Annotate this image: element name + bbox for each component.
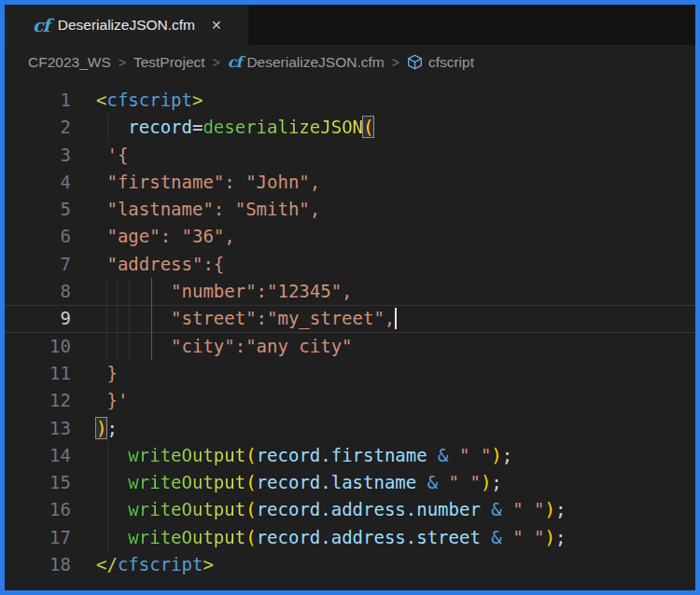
- line-number[interactable]: 8: [5, 278, 91, 305]
- code-token: (: [245, 527, 256, 547]
- breadcrumb-item-project[interactable]: TestProject: [133, 54, 205, 71]
- code-line[interactable]: 17 writeOutput(record.address.street & "…: [5, 524, 695, 551]
- tab-title: DeserializeJSON.cfm: [58, 17, 195, 34]
- line-number[interactable]: 12: [5, 387, 91, 414]
- line-number[interactable]: 5: [5, 196, 91, 223]
- code-content[interactable]: }': [91, 387, 695, 414]
- code-token: writeOutput: [128, 472, 245, 492]
- line-number[interactable]: 2: [5, 114, 91, 141]
- code-line[interactable]: 11 }: [5, 360, 695, 387]
- code-token: " ": [512, 499, 544, 519]
- code-line[interactable]: 13);: [5, 415, 695, 442]
- line-number[interactable]: 11: [5, 360, 91, 387]
- code-content[interactable]: '{: [91, 142, 695, 169]
- line-number[interactable]: 18: [5, 551, 91, 578]
- code-token: ): [491, 445, 501, 465]
- code-token: writeOutput: [128, 499, 245, 519]
- code-line[interactable]: 2 record=deserializeJSON(: [5, 114, 695, 141]
- code-content[interactable]: "age": "36",: [91, 223, 695, 250]
- breadcrumb-item-workspace[interactable]: CF2023_WS: [28, 54, 111, 71]
- code-line[interactable]: 6 "age": "36",: [5, 223, 695, 250]
- code-token: >: [203, 554, 213, 574]
- line-number[interactable]: 9: [5, 305, 91, 332]
- code-content[interactable]: "number":"12345",: [91, 278, 695, 305]
- code-token: writeOutput: [128, 445, 245, 465]
- indent-guide: [151, 278, 152, 305]
- code-token: <: [96, 90, 106, 110]
- code-token: ;: [106, 418, 117, 438]
- code-token: [481, 527, 491, 547]
- code-content[interactable]: writeOutput(record.address.number & " ")…: [91, 496, 695, 523]
- code-line[interactable]: 18</cfscript>: [5, 551, 695, 578]
- code-content[interactable]: );: [91, 415, 695, 442]
- coldfusion-file-icon: cf: [228, 53, 242, 71]
- indent-guide: [107, 442, 108, 469]
- line-number[interactable]: 13: [5, 415, 91, 442]
- code-token: }': [96, 390, 128, 410]
- code-content[interactable]: writeOutput(record.lastname & " ");: [91, 469, 695, 496]
- line-number[interactable]: 4: [5, 169, 91, 196]
- code-line[interactable]: 16 writeOutput(record.address.number & "…: [5, 496, 695, 523]
- code-content[interactable]: writeOutput(record.address.street & " ")…: [91, 524, 695, 551]
- vscode-window: cf DeserializeJSON.cfm ✕ CF2023_WS > Tes…: [0, 0, 700, 595]
- code-token: "lastname": "Smith",: [96, 199, 320, 219]
- code-line-current[interactable]: 9 "street":"my_street",: [5, 305, 695, 332]
- indent-guide: [107, 114, 108, 141]
- code-line[interactable]: 15 writeOutput(record.lastname & " ");: [5, 469, 695, 496]
- code-line[interactable]: 14 writeOutput(record.firstname & " ");: [5, 442, 695, 469]
- code-token: deserializeJSON: [203, 117, 363, 137]
- indent-guide: [129, 305, 130, 332]
- breadcrumb-label: cfscript: [428, 54, 474, 71]
- code-token: "address":{: [96, 254, 224, 274]
- tab-deserializejson[interactable]: cf DeserializeJSON.cfm ✕: [5, 5, 248, 45]
- code-line[interactable]: 10 "city":"any city": [5, 333, 695, 360]
- code-line[interactable]: 8 "number":"12345",: [5, 278, 695, 305]
- code-content[interactable]: writeOutput(record.firstname & " ");: [91, 442, 695, 469]
- code-line[interactable]: 7 "address":{: [5, 251, 695, 278]
- breadcrumb-label: CF2023_WS: [28, 54, 111, 71]
- breadcrumb-item-file[interactable]: cf DeserializeJSON.cfm: [228, 53, 385, 71]
- code-content[interactable]: "firstname": "John",: [91, 169, 695, 196]
- code-line[interactable]: 1<cfscript>: [5, 87, 695, 114]
- symbol-cube-icon: [407, 54, 423, 70]
- code-token: "street":"my_street",: [96, 308, 395, 328]
- line-number[interactable]: 10: [5, 333, 91, 360]
- close-icon[interactable]: ✕: [211, 18, 222, 33]
- code-token: [438, 472, 448, 492]
- code-token: [416, 472, 427, 492]
- code-content[interactable]: }: [91, 360, 695, 387]
- code-token: ;: [491, 472, 501, 492]
- breadcrumb-item-symbol[interactable]: cfscript: [407, 54, 474, 71]
- code-content[interactable]: "lastname": "Smith",: [91, 196, 695, 223]
- line-number[interactable]: 15: [5, 469, 91, 496]
- code-token: &: [427, 472, 438, 492]
- line-number[interactable]: 16: [5, 496, 91, 523]
- indent-guide: [107, 496, 108, 523]
- line-number[interactable]: 1: [5, 87, 91, 114]
- code-token: "city":"any city": [96, 336, 353, 356]
- code-content[interactable]: <cfscript>: [91, 87, 695, 114]
- indent-guide: [107, 469, 108, 496]
- breadcrumb-label: TestProject: [133, 54, 205, 71]
- editor[interactable]: 1<cfscript>2 record=deserializeJSON(3 '{…: [5, 79, 695, 590]
- code-line[interactable]: 3 '{: [5, 142, 695, 169]
- chevron-right-icon: >: [213, 55, 220, 70]
- code-content[interactable]: "city":"any city": [91, 333, 695, 360]
- code-line[interactable]: 4 "firstname": "John",: [5, 169, 695, 196]
- indent-guide: [106, 278, 107, 305]
- code-line[interactable]: 5 "lastname": "Smith",: [5, 196, 695, 223]
- code-content[interactable]: </cfscript>: [91, 551, 695, 578]
- line-number[interactable]: 6: [5, 223, 91, 250]
- code-token: [96, 499, 128, 519]
- code-content[interactable]: "address":{: [91, 251, 695, 278]
- tab-bar: cf DeserializeJSON.cfm ✕: [5, 5, 695, 45]
- code-content[interactable]: record=deserializeJSON(: [91, 114, 695, 141]
- code-token: "age": "36",: [96, 226, 235, 246]
- code-content[interactable]: "street":"my_street",: [91, 305, 695, 332]
- line-number[interactable]: 7: [5, 251, 91, 278]
- line-number[interactable]: 14: [5, 442, 91, 469]
- line-number[interactable]: 3: [5, 142, 91, 169]
- code-line[interactable]: 12 }': [5, 387, 695, 414]
- indent-guide: [106, 333, 107, 360]
- line-number[interactable]: 17: [5, 524, 91, 551]
